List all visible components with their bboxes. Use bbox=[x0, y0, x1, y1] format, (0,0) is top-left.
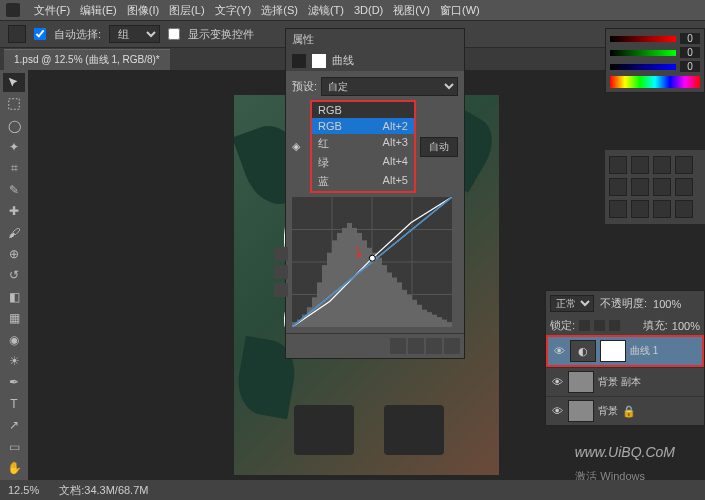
dodge-tool[interactable]: ☀ bbox=[3, 351, 25, 370]
blend-mode-dropdown[interactable]: 正常 bbox=[550, 295, 594, 312]
shape-tool[interactable]: ▭ bbox=[3, 437, 25, 456]
layer-row-copy[interactable]: 👁 背景 副本 bbox=[546, 367, 704, 396]
menu-select[interactable]: 选择(S) bbox=[261, 3, 298, 18]
red-value[interactable]: 0 bbox=[680, 33, 700, 44]
svg-rect-34 bbox=[427, 312, 432, 327]
visibility-icon[interactable]: 👁 bbox=[550, 404, 564, 418]
visibility-icon[interactable]: 👁 bbox=[550, 375, 564, 389]
menu-window[interactable]: 窗口(W) bbox=[440, 3, 480, 18]
vibrance-icon[interactable] bbox=[609, 178, 627, 196]
preset-dropdown[interactable]: 自定 bbox=[321, 77, 458, 96]
path-tool[interactable]: ↗ bbox=[3, 416, 25, 435]
svg-rect-16 bbox=[337, 233, 342, 327]
move-tool[interactable] bbox=[3, 73, 25, 92]
channel-red[interactable]: 红Alt+3 bbox=[312, 134, 414, 153]
lock-pixels-icon[interactable] bbox=[579, 320, 590, 331]
gradient-tool[interactable]: ▦ bbox=[3, 308, 25, 327]
stamp-tool[interactable]: ⊕ bbox=[3, 244, 25, 263]
history-brush-tool[interactable]: ↺ bbox=[3, 266, 25, 285]
layer-name[interactable]: 背景 副本 bbox=[598, 375, 641, 389]
blur-tool[interactable]: ◉ bbox=[3, 330, 25, 349]
reset-icon[interactable] bbox=[426, 338, 442, 354]
view-previous-icon[interactable] bbox=[408, 338, 424, 354]
menu-view[interactable]: 视图(V) bbox=[393, 3, 430, 18]
svg-rect-32 bbox=[417, 305, 422, 327]
channel-dropdown[interactable]: RGB RGBAlt+2 红Alt+3 绿Alt+4 蓝Alt+5 bbox=[310, 100, 416, 193]
smooth-tool-icon[interactable] bbox=[274, 283, 288, 297]
zoom-level[interactable]: 12.5% bbox=[8, 484, 39, 496]
clip-icon[interactable] bbox=[390, 338, 406, 354]
channel-rgb[interactable]: RGBAlt+2 bbox=[312, 118, 414, 134]
watermark: www.UiBQ.CoM bbox=[575, 444, 675, 460]
auto-select-checkbox[interactable] bbox=[34, 28, 46, 40]
document-tab[interactable]: 1.psd @ 12.5% (曲线 1, RGB/8)* bbox=[4, 49, 170, 70]
green-slider[interactable] bbox=[610, 50, 676, 56]
opacity-value[interactable]: 100% bbox=[653, 298, 681, 310]
auto-select-dropdown[interactable]: 组 bbox=[109, 25, 160, 43]
layer-mask-thumb[interactable] bbox=[600, 340, 626, 362]
adjustments-panel bbox=[605, 150, 705, 224]
lookup-icon[interactable] bbox=[653, 200, 671, 218]
exposure-icon[interactable] bbox=[675, 156, 693, 174]
menu-edit[interactable]: 编辑(E) bbox=[80, 3, 117, 18]
red-slider[interactable] bbox=[610, 36, 676, 42]
menu-3d[interactable]: 3D(D) bbox=[354, 4, 383, 16]
channel-blue[interactable]: 蓝Alt+5 bbox=[312, 172, 414, 191]
curves-adj-icon[interactable] bbox=[653, 156, 671, 174]
brush-tool[interactable]: 🖌 bbox=[3, 223, 25, 242]
channel-mixer-icon[interactable] bbox=[631, 200, 649, 218]
svg-rect-29 bbox=[402, 290, 407, 327]
marquee-tool[interactable] bbox=[3, 94, 25, 113]
eraser-tool[interactable]: ◧ bbox=[3, 287, 25, 306]
menu-type[interactable]: 文字(Y) bbox=[215, 3, 252, 18]
status-bar: 12.5% 文档:34.3M/68.7M bbox=[0, 480, 705, 500]
lock-position-icon[interactable] bbox=[594, 320, 605, 331]
type-tool[interactable]: T bbox=[3, 394, 25, 413]
lock-icon: 🔒 bbox=[622, 405, 636, 418]
fill-value[interactable]: 100% bbox=[672, 320, 700, 332]
wand-tool[interactable]: ✦ bbox=[3, 137, 25, 156]
svg-rect-31 bbox=[412, 300, 417, 327]
bw-icon[interactable] bbox=[675, 178, 693, 196]
show-transform-checkbox[interactable] bbox=[168, 28, 180, 40]
pen-tool[interactable]: ✒ bbox=[3, 373, 25, 392]
levels-icon[interactable] bbox=[631, 156, 649, 174]
svg-rect-26 bbox=[387, 273, 392, 327]
image-content bbox=[294, 405, 354, 455]
auto-button[interactable]: 自动 bbox=[420, 137, 458, 157]
menu-image[interactable]: 图像(I) bbox=[127, 3, 159, 18]
eyedropper-tool[interactable]: ✎ bbox=[3, 180, 25, 199]
hue-icon[interactable] bbox=[631, 178, 649, 196]
color-spectrum[interactable] bbox=[610, 76, 700, 88]
heal-tool[interactable]: ✚ bbox=[3, 201, 25, 220]
layer-name[interactable]: 背景 bbox=[598, 404, 618, 418]
colorbal-icon[interactable] bbox=[653, 178, 671, 196]
delete-icon[interactable] bbox=[444, 338, 460, 354]
curve-tool-icon[interactable] bbox=[274, 247, 288, 261]
menu-file[interactable]: 文件(F) bbox=[34, 3, 70, 18]
curves-graph[interactable]: ↘ bbox=[292, 197, 452, 327]
blue-slider[interactable] bbox=[610, 64, 676, 70]
opacity-label: 不透明度: bbox=[600, 296, 647, 311]
pencil-tool-icon[interactable] bbox=[274, 265, 288, 279]
channel-green[interactable]: 绿Alt+4 bbox=[312, 153, 414, 172]
lasso-tool[interactable]: ◯ bbox=[3, 116, 25, 135]
lock-all-icon[interactable] bbox=[609, 320, 620, 331]
move-tool-icon[interactable] bbox=[8, 25, 26, 43]
svg-rect-10 bbox=[307, 307, 312, 327]
hand-tool[interactable]: ✋ bbox=[3, 458, 25, 477]
layer-row-curves[interactable]: 👁 ◐ 曲线 1 bbox=[546, 335, 704, 367]
layer-row-bg[interactable]: 👁 背景 🔒 bbox=[546, 396, 704, 425]
layer-name[interactable]: 曲线 1 bbox=[630, 344, 658, 358]
visibility-icon[interactable]: 👁 bbox=[552, 344, 566, 358]
menu-filter[interactable]: 滤镜(T) bbox=[308, 3, 344, 18]
photo-filter-icon[interactable] bbox=[609, 200, 627, 218]
blue-value[interactable]: 0 bbox=[680, 61, 700, 72]
invert-icon[interactable] bbox=[675, 200, 693, 218]
green-value[interactable]: 0 bbox=[680, 47, 700, 58]
svg-rect-23 bbox=[372, 253, 377, 327]
properties-title: 属性 bbox=[292, 32, 314, 47]
menu-layer[interactable]: 图层(L) bbox=[169, 3, 204, 18]
crop-tool[interactable]: ⌗ bbox=[3, 159, 25, 178]
brightness-icon[interactable] bbox=[609, 156, 627, 174]
